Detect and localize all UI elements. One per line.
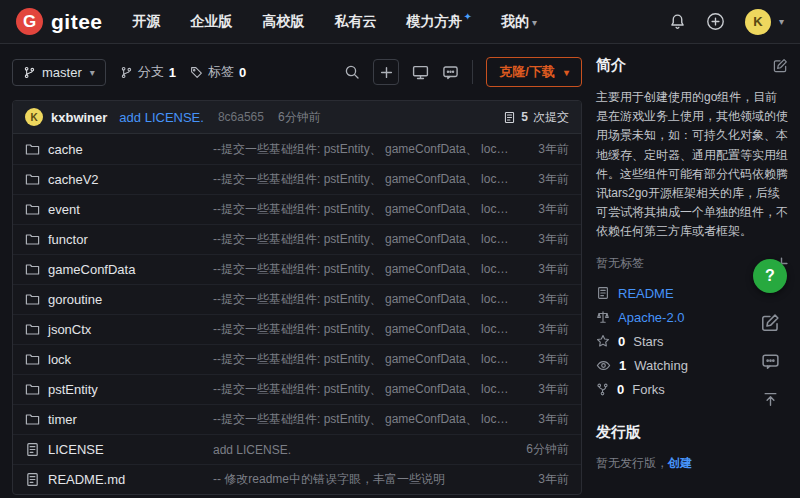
commit-message[interactable]: --提交一些基础组件: pstEntity、 gameConfData、 loc…: [213, 351, 513, 368]
repo-description: 主要用于创建使用的go组件，目前是在游戏业务上使用，其他领域的使用场景未知，如：…: [596, 88, 788, 242]
table-row[interactable]: jsonCtx --提交一些基础组件: pstEntity、 gameConfD…: [13, 314, 581, 344]
back-to-top-icon[interactable]: [762, 391, 779, 408]
commit-message[interactable]: --提交一些基础组件: pstEntity、 gameConfData、 loc…: [213, 141, 513, 158]
commit-author[interactable]: kxbwiner: [51, 110, 107, 125]
table-row[interactable]: cache --提交一些基础组件: pstEntity、 gameConfDat…: [13, 134, 581, 164]
new-file-plus-button[interactable]: [373, 59, 399, 85]
file-name[interactable]: functor: [48, 232, 88, 247]
commit-time: 6分钟前: [278, 109, 321, 126]
readme-icon: [596, 286, 610, 300]
help-button[interactable]: ?: [753, 259, 787, 293]
sparkle-icon: ✦: [464, 11, 472, 22]
commit-time: 3年前: [513, 411, 569, 428]
commit-time: 3年前: [513, 171, 569, 188]
nav-item-3[interactable]: 私有云: [335, 13, 377, 31]
tags-link[interactable]: 标签0: [190, 63, 246, 81]
file-list: cache --提交一些基础组件: pstEntity、 gameConfDat…: [13, 134, 581, 494]
nav-item-1[interactable]: 企业版: [191, 13, 233, 31]
file-name[interactable]: pstEntity: [48, 382, 98, 397]
commit-time: 3年前: [513, 381, 569, 398]
file-name[interactable]: gameConfData: [48, 262, 135, 277]
edit-about-icon[interactable]: [773, 58, 788, 73]
folder-icon: [25, 172, 40, 187]
chevron-down-icon: ▾: [532, 17, 537, 28]
commit-time: 3年前: [513, 351, 569, 368]
file-name[interactable]: lock: [48, 352, 71, 367]
gitee-logo-icon[interactable]: G: [16, 8, 43, 35]
commit-message[interactable]: --提交一些基础组件: pstEntity、 gameConfData、 loc…: [213, 321, 513, 338]
table-row[interactable]: goroutine --提交一些基础组件: pstEntity、 gameCon…: [13, 284, 581, 314]
file-name[interactable]: goroutine: [48, 292, 102, 307]
file-name[interactable]: README.md: [48, 472, 125, 487]
table-row[interactable]: cacheV2 --提交一些基础组件: pstEntity、 gameConfD…: [13, 164, 581, 194]
meta-count: 0: [617, 382, 624, 397]
comment-dots-icon[interactable]: [761, 352, 780, 371]
table-row[interactable]: lock --提交一些基础组件: pstEntity、 gameConfData…: [13, 344, 581, 374]
meta-label: Watching: [634, 358, 688, 373]
commit-time: 3年前: [513, 261, 569, 278]
top-header: G gitee 开源企业版高校版私有云模力方舟✦我的▾ K ▾: [0, 0, 800, 44]
create-release-link[interactable]: 创建: [668, 456, 692, 470]
file-browser-panel: K kxbwiner add LICENSE. 8c6a565 6分钟前 5次提…: [12, 100, 582, 495]
commit-message[interactable]: --提交一些基础组件: pstEntity、 gameConfData、 loc…: [213, 171, 513, 188]
commit-message[interactable]: --提交一些基础组件: pstEntity、 gameConfData、 loc…: [213, 381, 513, 398]
commit-message-link[interactable]: add LICENSE.: [119, 110, 204, 125]
nav-item-2[interactable]: 高校版: [263, 13, 305, 31]
chevron-down-icon: ▾: [564, 67, 569, 78]
commit-message[interactable]: add LICENSE.: [213, 443, 513, 457]
commit-hash[interactable]: 8c6a565: [218, 110, 264, 124]
create-new-plus-icon[interactable]: [706, 12, 725, 31]
notifications-bell-icon[interactable]: [669, 13, 686, 30]
fork-icon: [596, 383, 609, 396]
feedback-edit-icon[interactable]: [761, 313, 780, 332]
branch-selector[interactable]: master ▾: [12, 59, 106, 86]
file-name[interactable]: cacheV2: [48, 172, 99, 187]
file-name[interactable]: LICENSE: [48, 442, 104, 457]
file-name[interactable]: cache: [48, 142, 83, 157]
file-name[interactable]: timer: [48, 412, 77, 427]
branch-icon: [120, 66, 133, 79]
table-row[interactable]: functor --提交一些基础组件: pstEntity、 gameConfD…: [13, 224, 581, 254]
table-row[interactable]: pstEntity --提交一些基础组件: pstEntity、 gameCon…: [13, 374, 581, 404]
folder-icon: [25, 202, 40, 217]
commit-message[interactable]: --提交一些基础组件: pstEntity、 gameConfData、 loc…: [213, 231, 513, 248]
file-name[interactable]: jsonCtx: [48, 322, 91, 337]
commit-message[interactable]: --提交一些基础组件: pstEntity、 gameConfData、 loc…: [213, 201, 513, 218]
commit-message[interactable]: --提交一些基础组件: pstEntity、 gameConfData、 loc…: [213, 291, 513, 308]
nav-item-0[interactable]: 开源: [133, 13, 161, 31]
file-icon: [25, 472, 40, 487]
meta-label: README: [618, 286, 674, 301]
history-doc-icon: [503, 111, 516, 124]
folder-icon: [25, 322, 40, 337]
commit-message[interactable]: -- 修改readme中的错误字眼，丰富一些说明: [213, 471, 513, 488]
meta-label: Stars: [633, 334, 663, 349]
comment-icon[interactable]: [442, 64, 459, 81]
commit-author-avatar[interactable]: K: [25, 108, 43, 126]
commit-time: 3年前: [513, 291, 569, 308]
commit-message[interactable]: --提交一些基础组件: pstEntity、 gameConfData、 loc…: [213, 261, 513, 278]
user-avatar[interactable]: K: [745, 9, 771, 35]
branches-link[interactable]: 分支1: [120, 63, 176, 81]
table-row[interactable]: LICENSE add LICENSE. 6分钟前: [13, 434, 581, 464]
table-row[interactable]: README.md -- 修改readme中的错误字眼，丰富一些说明 3年前: [13, 464, 581, 494]
tag-icon: [190, 66, 203, 79]
folder-icon: [25, 352, 40, 367]
table-row[interactable]: timer --提交一些基础组件: pstEntity、 gameConfDat…: [13, 404, 581, 434]
clone-download-button[interactable]: 克隆/下载 ▾: [486, 57, 582, 87]
file-name[interactable]: event: [48, 202, 80, 217]
commit-message[interactable]: --提交一些基础组件: pstEntity、 gameConfData、 loc…: [213, 411, 513, 428]
table-row[interactable]: gameConfData --提交一些基础组件: pstEntity、 game…: [13, 254, 581, 284]
folder-icon: [25, 262, 40, 277]
commits-count-link[interactable]: 5次提交: [503, 109, 569, 126]
commit-time: 3年前: [513, 141, 569, 158]
nav-item-5[interactable]: 我的▾: [501, 13, 537, 31]
web-ide-monitor-icon[interactable]: [412, 64, 429, 81]
search-icon[interactable]: [344, 64, 360, 80]
nav-item-4[interactable]: 模力方舟✦: [407, 13, 471, 31]
meta-count: 1: [619, 358, 626, 373]
divider: [472, 60, 473, 84]
user-menu[interactable]: K ▾: [745, 9, 784, 35]
repo-toolbar: master ▾ 分支1 标签0: [12, 56, 582, 88]
table-row[interactable]: event --提交一些基础组件: pstEntity、 gameConfDat…: [13, 194, 581, 224]
brand-name[interactable]: gitee: [51, 10, 103, 34]
